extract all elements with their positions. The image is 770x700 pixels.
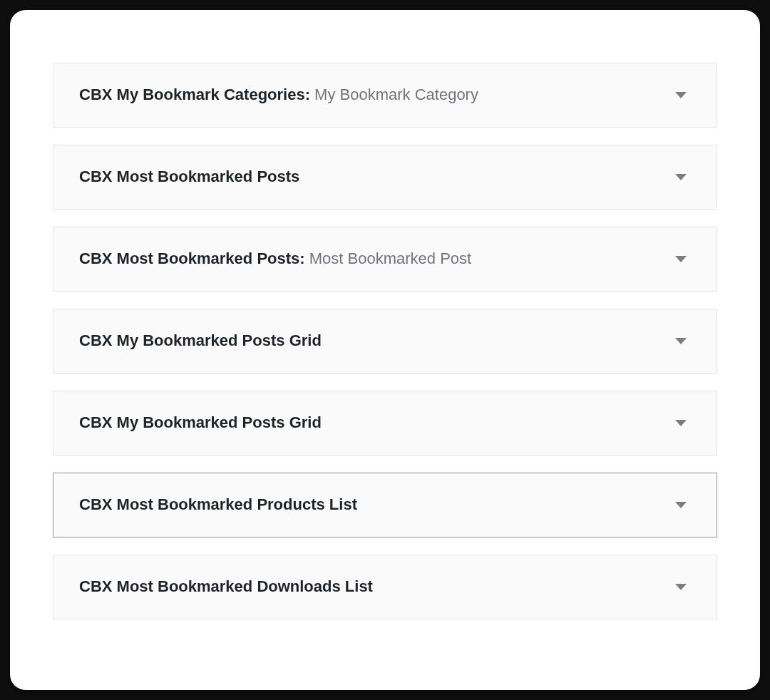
widget-title-main: CBX My Bookmarked Posts Grid [79,413,322,431]
widget-row[interactable]: CBX Most Bookmarked Products List [53,473,717,537]
widget-list: CBX My Bookmark Categories: My Bookmark … [53,63,717,619]
widget-title: CBX Most Bookmarked Downloads List [79,577,373,597]
widget-title-main: CBX Most Bookmarked Products List [79,495,357,513]
chevron-down-icon [675,420,687,426]
widget-title-main: CBX My Bookmarked Posts Grid [79,331,322,349]
widget-title-main: CBX Most Bookmarked Posts: [79,249,305,267]
chevron-down-icon [675,174,687,180]
widget-row[interactable]: CBX Most Bookmarked Downloads List [53,555,717,619]
widget-title: CBX Most Bookmarked Posts: Most Bookmark… [79,249,471,269]
widget-row[interactable]: CBX My Bookmarked Posts Grid [53,309,717,374]
widget-title-sub: My Bookmark Category [310,86,478,103]
widgets-panel: CBX My Bookmark Categories: My Bookmark … [10,10,760,690]
widget-row[interactable]: CBX My Bookmark Categories: My Bookmark … [53,63,717,128]
widget-title: CBX Most Bookmarked Products List [79,495,357,515]
chevron-down-icon [675,584,687,590]
widget-title: CBX My Bookmarked Posts Grid [79,331,322,351]
chevron-down-icon [675,92,687,98]
chevron-down-icon [675,256,687,262]
widget-title: CBX Most Bookmarked Posts [79,167,299,187]
widget-title: CBX My Bookmarked Posts Grid [79,413,322,433]
widget-row[interactable]: CBX My Bookmarked Posts Grid [53,391,717,455]
chevron-down-icon [675,338,687,344]
widget-title-main: CBX Most Bookmarked Posts [79,168,299,185]
widget-title-sub: Most Bookmarked Post [305,249,472,267]
widget-title-main: CBX My Bookmark Categories: [79,86,310,103]
widget-title-main: CBX Most Bookmarked Downloads List [79,577,373,595]
widget-row[interactable]: CBX Most Bookmarked Posts: Most Bookmark… [53,227,717,292]
widget-title: CBX My Bookmark Categories: My Bookmark … [79,85,478,105]
chevron-down-icon [675,502,687,508]
widget-row[interactable]: CBX Most Bookmarked Posts [53,145,717,210]
